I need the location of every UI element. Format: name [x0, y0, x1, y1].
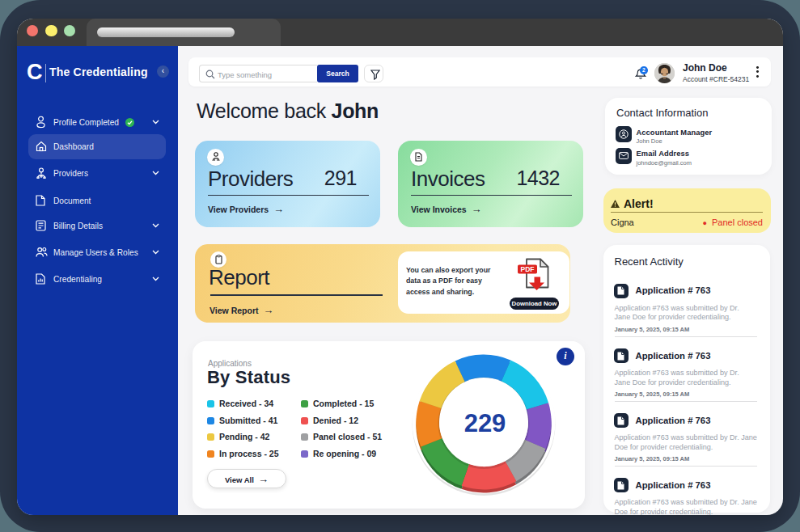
svg-text:PDF: PDF [521, 265, 535, 273]
svg-text:229: 229 [464, 408, 506, 437]
